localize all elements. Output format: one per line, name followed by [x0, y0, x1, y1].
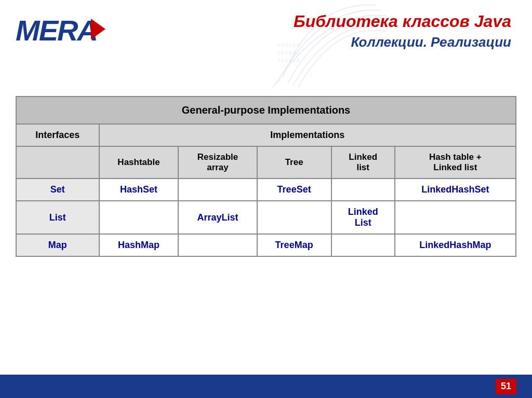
- map-resizable: [178, 234, 257, 256]
- list-hashtable-linked: [395, 201, 516, 234]
- slide-number: 51: [496, 379, 516, 394]
- implementations-header: Implementations: [99, 124, 516, 146]
- svg-marker-0: [91, 19, 105, 39]
- list-hashtable: [99, 201, 179, 234]
- svg-text:1 0 1 0 0 1: 1 0 1 0 0 1: [277, 50, 300, 56]
- svg-text:0 1 0 1 1 0: 0 1 0 1 1 0: [277, 43, 300, 48]
- col-linked: Linkedlist: [331, 146, 395, 179]
- table-main-header: General-purpose Implementations: [16, 97, 516, 124]
- col-resizable: Resizablearray: [178, 146, 257, 179]
- header: MER A 0 1 0 1 1 0 1 0 1 0 0 1 0 1 1 0 1 …: [0, 0, 532, 91]
- hashset: HashSet: [99, 179, 179, 201]
- col-tree: Tree: [257, 146, 331, 179]
- col-hashtable: Hashtable: [99, 146, 179, 179]
- treemap: TreeMap: [257, 234, 331, 256]
- interface-list: List: [16, 201, 99, 234]
- main-content: General-purpose Implementations Interfac…: [0, 96, 532, 257]
- hashmap: HashMap: [99, 234, 179, 256]
- set-resizable: [178, 179, 257, 201]
- map-linked: [331, 234, 395, 256]
- col-empty: [16, 146, 99, 179]
- table-header-row: General-purpose Implementations: [16, 97, 516, 124]
- table-subheader-row: Interfaces Implementations: [16, 124, 516, 146]
- linkedlist: LinkedList: [331, 201, 395, 234]
- table-col-header-row: Hashtable Resizablearray Tree Linkedlist…: [16, 146, 516, 179]
- bottom-bar: 51: [0, 375, 532, 398]
- list-tree: [257, 201, 331, 234]
- table-row-set: Set HashSet TreeSet LinkedHashSet: [16, 179, 516, 201]
- implementations-table: General-purpose Implementations Interfac…: [16, 96, 516, 257]
- interface-map: Map: [16, 234, 99, 256]
- interface-set: Set: [16, 179, 99, 201]
- col-hashtable-linked: Hash table +Linked list: [395, 146, 516, 179]
- table-row-map: Map HashMap TreeMap LinkedHashMap: [16, 234, 516, 256]
- set-linked: [331, 179, 395, 201]
- linkedhashmap: LinkedHashMap: [395, 234, 516, 256]
- arraylist: ArrayList: [178, 201, 257, 234]
- svg-text:0 1 1 0 1 0: 0 1 1 0 1 0: [277, 58, 300, 63]
- interfaces-header: Interfaces: [16, 124, 99, 146]
- decorative-pattern: 0 1 0 1 1 0 1 0 1 0 0 1 0 1 1 0 1 0: [272, 0, 387, 88]
- table-row-list: List ArrayList LinkedList: [16, 201, 516, 234]
- treeset: TreeSet: [257, 179, 331, 201]
- linkedhashset: LinkedHashSet: [395, 179, 516, 201]
- logo-arrow-icon: [91, 19, 107, 39]
- logo-area: MER A: [16, 9, 130, 51]
- logo: MER A: [16, 13, 107, 47]
